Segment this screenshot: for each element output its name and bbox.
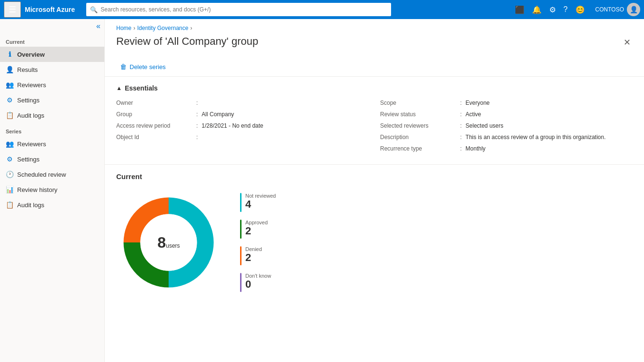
audit-logs-series-icon: 📋 <box>6 201 13 209</box>
sidebar-item-overview-label: Overview <box>17 51 45 58</box>
sidebar-item-settings-series-label: Settings <box>17 156 40 163</box>
audit-logs-icon: 📋 <box>6 111 13 119</box>
settings-button[interactable]: ⚙ <box>546 3 559 16</box>
sidebar-item-reviewers-series[interactable]: 👥 Reviewers <box>0 136 104 151</box>
sidebar-item-scheduled-review-label: Scheduled review <box>17 171 66 178</box>
sidebar-item-audit-logs-label: Audit logs <box>17 112 44 119</box>
essentials-right-col: Scope : Everyone Review status : Active … <box>380 100 633 157</box>
legend-info-dont-know: Don't know 0 <box>245 273 271 290</box>
delete-series-button[interactable]: 🗑 Delete series <box>116 61 170 72</box>
legend-item-approved: Approved 2 <box>240 220 276 239</box>
essentials-row-object-id: Object Id : <box>116 134 369 145</box>
page-container: « Current ℹ Overview 👤 Results 👥 Reviewe… <box>0 19 644 362</box>
selected-reviewers-label: Selected reviewers <box>380 122 456 129</box>
reviewers-series-icon: 👥 <box>6 140 13 148</box>
sidebar-current-label: Current <box>0 33 104 47</box>
scope-value: Everyone <box>465 100 490 106</box>
sidebar-item-settings[interactable]: ⚙ Settings <box>0 92 104 108</box>
essentials-row-selected-reviewers: Selected reviewers : Selected users <box>380 122 633 134</box>
legend-bar-not-reviewed <box>240 193 242 212</box>
legend-item-not-reviewed: Not reviewed 4 <box>240 193 276 212</box>
essentials-chevron-icon: ▲ <box>116 85 122 91</box>
info-icon: ℹ <box>6 50 13 58</box>
breadcrumb-identity-governance[interactable]: Identity Governance <box>137 25 188 31</box>
feedback-button[interactable]: 😊 <box>573 3 588 16</box>
reviewers-icon: 👥 <box>6 81 13 89</box>
essentials-header[interactable]: ▲ Essentials <box>116 84 633 92</box>
group-label: Group <box>116 111 192 118</box>
user-label: CONTOSO <box>595 6 624 13</box>
cloud-shell-button[interactable]: ⬛ <box>512 3 527 16</box>
donut-center-hole <box>141 214 197 271</box>
main-content: Home › Identity Governance › Review of '… <box>105 19 644 362</box>
recurrence-type-label: Recurrence type <box>380 145 456 152</box>
review-status-value: Active <box>465 111 481 118</box>
breadcrumb-sep-2: › <box>190 25 192 31</box>
legend-value-denied: 2 <box>245 252 262 263</box>
sidebar-item-settings-label: Settings <box>17 97 40 104</box>
help-button[interactable]: ? <box>561 3 571 16</box>
search-icon: 🔍 <box>90 6 98 13</box>
review-history-icon: 📊 <box>6 186 13 193</box>
essentials-grid: Owner : Group : All Company Access revie… <box>116 100 633 157</box>
essentials-left-col: Owner : Group : All Company Access revie… <box>116 100 369 157</box>
breadcrumb: Home › Identity Governance › <box>105 19 644 35</box>
legend-info-approved: Approved 2 <box>245 220 268 237</box>
page-title: Review of 'All Company' group <box>116 35 258 48</box>
sidebar-item-scheduled-review[interactable]: 🕐 Scheduled review <box>0 167 104 182</box>
legend-value-not-reviewed: 4 <box>245 199 276 210</box>
legend-value-approved: 2 <box>245 225 268 237</box>
close-button[interactable]: ✕ <box>622 35 633 50</box>
description-value: This is an access review of a group in t… <box>465 134 605 141</box>
essentials-row-owner: Owner : <box>116 100 369 111</box>
legend-item-denied: Denied 2 <box>240 246 276 265</box>
essentials-title: Essentials <box>125 84 158 92</box>
sidebar-item-reviewers-label: Reviewers <box>17 81 46 89</box>
essentials-row-group: Group : All Company <box>116 111 369 122</box>
legend-bar-approved <box>240 220 242 239</box>
sidebar-item-audit-logs-series[interactable]: 📋 Audit logs <box>0 197 104 212</box>
avatar[interactable]: 👤 <box>627 3 640 16</box>
donut-chart: 8users <box>116 190 221 295</box>
menu-hamburger-button[interactable]: ☰ <box>4 1 21 18</box>
topnav: ☰ Microsoft Azure 🔍 ⬛ 🔔 ⚙ ? 😊 CONTOSO 👤 <box>0 0 644 19</box>
legend-bar-denied <box>240 246 242 265</box>
chart-area: 8users Not reviewed 4 <box>116 190 633 295</box>
results-icon: 👤 <box>6 66 13 73</box>
sidebar-item-settings-series[interactable]: ⚙ Settings <box>0 151 104 167</box>
azure-logo: Microsoft Azure <box>25 6 75 13</box>
sidebar-item-audit-logs-series-label: Audit logs <box>17 201 44 209</box>
settings-series-icon: ⚙ <box>6 155 13 163</box>
toolbar: 🗑 Delete series <box>105 57 644 77</box>
scheduled-review-icon: 🕐 <box>6 171 13 178</box>
legend-item-dont-know: Don't know 0 <box>240 273 276 292</box>
sidebar-collapse-button[interactable]: « <box>0 19 104 33</box>
notifications-button[interactable]: 🔔 <box>529 3 544 16</box>
chart-legend: Not reviewed 4 Approved 2 <box>240 193 276 292</box>
sidebar-item-review-history[interactable]: 📊 Review history <box>0 182 104 197</box>
sidebar-item-audit-logs[interactable]: 📋 Audit logs <box>0 108 104 123</box>
sidebar-series-label: Series <box>0 123 104 136</box>
current-section: Current <box>105 165 644 302</box>
delete-series-label: Delete series <box>130 63 166 70</box>
object-id-label: Object Id <box>116 134 192 141</box>
search-input[interactable] <box>86 3 391 16</box>
essentials-row-recurrence-type: Recurrence type : Monthly <box>380 145 633 157</box>
breadcrumb-home[interactable]: Home <box>116 25 131 31</box>
legend-info-not-reviewed: Not reviewed 4 <box>245 193 276 210</box>
sidebar-item-reviewers[interactable]: 👥 Reviewers <box>0 77 104 92</box>
current-title: Current <box>116 172 633 181</box>
legend-value-dont-know: 0 <box>245 279 271 290</box>
sidebar-item-results-label: Results <box>17 66 38 73</box>
sidebar-item-results[interactable]: 👤 Results <box>0 62 104 77</box>
sidebar-item-overview[interactable]: ℹ Overview <box>0 47 104 62</box>
essentials-row-scope: Scope : Everyone <box>380 100 633 111</box>
essentials-row-access-review-period: Access review period : 1/28/2021 - No en… <box>116 122 369 134</box>
search-bar: 🔍 <box>86 3 391 16</box>
essentials-row-review-status: Review status : Active <box>380 111 633 122</box>
sidebar-item-reviewers-series-label: Reviewers <box>17 141 46 148</box>
delete-icon: 🗑 <box>120 63 127 70</box>
selected-reviewers-value: Selected users <box>465 122 503 129</box>
group-value: All Company <box>201 111 234 118</box>
recurrence-type-value: Monthly <box>465 145 485 152</box>
